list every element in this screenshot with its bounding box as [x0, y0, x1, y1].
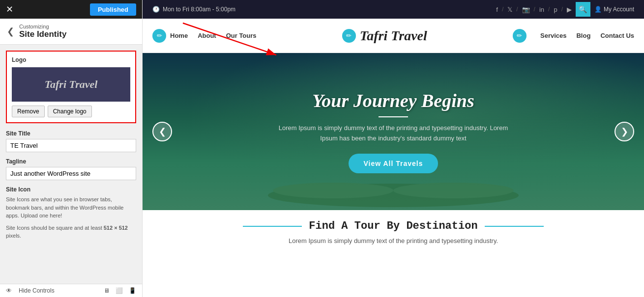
mobile-icon[interactable]: 📱	[129, 287, 136, 294]
account-label: My Account	[604, 6, 634, 13]
nav-links-right: ✏ Services Blog Contact Us	[513, 29, 634, 43]
nav-right-edit-button[interactable]: ✏	[513, 29, 527, 43]
customizing-label: Customizing	[19, 24, 66, 29]
remove-logo-button[interactable]: Remove	[12, 106, 45, 117]
site-preview: 🕐 Mon to Fri 8:00am - 5:00pm f / 𝕏 / 📷 /…	[143, 0, 644, 297]
site-icon-desc2-pre: Site Icons should be square and at least	[6, 225, 104, 231]
site-topbar: 🕐 Mon to Fri 8:00am - 5:00pm f / 𝕏 / 📷 /…	[143, 0, 644, 19]
tour-title-line-left	[243, 226, 302, 227]
back-button[interactable]: ❮	[7, 26, 14, 37]
youtube-icon[interactable]: ▶	[567, 6, 572, 13]
nav-our-tours[interactable]: Our Tours	[226, 32, 257, 39]
logo-preview-text: Tafri Travel	[45, 78, 98, 91]
view-travels-button[interactable]: View All Travels	[349, 154, 438, 173]
site-topbar-right: f / 𝕏 / 📷 / in / p / ▶ 🔍 👤 My Account	[496, 2, 634, 17]
clock-icon: 🕐	[152, 6, 160, 13]
panel-content: Logo Tafri Travel Remove Change logo Sit…	[0, 45, 142, 284]
instagram-icon[interactable]: 📷	[522, 6, 530, 13]
search-button[interactable]: 🔍	[576, 2, 590, 17]
customizing-header: ❮ Customizing Site Identity	[0, 19, 142, 45]
hero-prev-button[interactable]: ❮	[152, 122, 172, 141]
logo-section: Logo Tafri Travel Remove Change logo	[6, 51, 136, 123]
tour-description: Lorem Ipsum is simply dummy text of the …	[152, 237, 634, 244]
hours-text: Mon to Fri 8:00am - 5:00pm	[163, 6, 235, 13]
site-topbar-left: 🕐 Mon to Fri 8:00am - 5:00pm	[152, 6, 235, 13]
site-icon-label: Site Icon	[6, 186, 136, 193]
nav-left-edit-button[interactable]: ✏	[152, 29, 166, 43]
hero-content: Your Journey Begins Lorem Ipsum is simpl…	[241, 90, 546, 173]
divider1: /	[502, 6, 503, 13]
logo-buttons: Remove Change logo	[12, 106, 130, 117]
logo-preview: Tafri Travel	[12, 67, 130, 102]
divider5: /	[561, 6, 563, 13]
tour-title-wrap: Find A Tour By Destination	[152, 220, 634, 232]
nav-services[interactable]: Services	[540, 32, 567, 39]
site-title-section: Site Title	[6, 130, 136, 152]
divider3: /	[534, 6, 535, 13]
customizing-text: Customizing Site Identity	[19, 24, 66, 39]
account-link[interactable]: 👤 My Account	[594, 6, 634, 13]
site-title-label: Site Title	[6, 130, 136, 137]
tour-title: Find A Tour By Destination	[309, 220, 477, 232]
close-button[interactable]: ✕	[6, 4, 13, 15]
facebook-icon[interactable]: f	[496, 6, 498, 13]
site-icon-desc2-post: pixels.	[6, 233, 21, 239]
tour-title-line-right	[485, 226, 544, 227]
divider2: /	[516, 6, 518, 13]
account-icon: 👤	[594, 6, 602, 13]
customizer-panel: ✕ Published ❮ Customizing Site Identity …	[0, 0, 143, 297]
change-logo-button[interactable]: Change logo	[48, 106, 92, 117]
hero-section: ❮ Your Journey Begins Lorem Ipsum is sim…	[143, 53, 644, 210]
tablet-icon[interactable]: ⬜	[116, 287, 123, 294]
nav-about[interactable]: About	[198, 32, 216, 39]
desktop-icon[interactable]: 🖥	[104, 287, 110, 294]
logo-label: Logo	[12, 56, 130, 63]
nav-blog[interactable]: Blog	[576, 32, 590, 39]
bottom-bar[interactable]: 👁 Hide Controls 🖥 ⬜ 📱	[0, 284, 142, 297]
tagline-section: Tagline	[6, 158, 136, 180]
site-icon-section: Site Icon Site Icons are what you see in…	[6, 186, 136, 240]
hero-description: Lorem Ipsum is simply dummy text of the …	[270, 123, 516, 144]
site-icon-desc2: Site Icons should be square and at least…	[6, 224, 136, 240]
site-icon-size: 512 × 512	[104, 225, 128, 231]
logo-center-edit-button[interactable]: ✏	[342, 29, 356, 43]
customizer-topbar: ✕ Published	[0, 0, 142, 19]
tagline-input[interactable]	[6, 167, 136, 180]
site-icon-desc1: Site Icons are what you see in browser t…	[6, 195, 136, 220]
published-button[interactable]: Published	[90, 3, 136, 16]
linkedin-icon[interactable]: in	[539, 6, 544, 13]
site-identity-title: Site Identity	[19, 29, 66, 39]
site-main-nav: ✏ Home About Our Tours ✏ Tafri Travel ✏ …	[143, 19, 644, 53]
twitter-icon[interactable]: 𝕏	[507, 6, 512, 13]
divider4: /	[548, 6, 550, 13]
nav-links-left: Home About Our Tours	[170, 32, 257, 39]
hero-next-button[interactable]: ❯	[615, 122, 634, 141]
tagline-label: Tagline	[6, 158, 136, 165]
pinterest-icon[interactable]: p	[554, 6, 557, 13]
nav-home[interactable]: Home	[170, 32, 188, 39]
site-logo-text: Tafri Travel	[360, 28, 427, 44]
hide-controls-label: Hide Controls	[19, 287, 55, 294]
eye-icon: 👁	[6, 287, 12, 294]
nav-contact[interactable]: Contact Us	[600, 32, 634, 39]
hero-title: Your Journey Begins	[270, 90, 516, 111]
hero-divider	[379, 116, 408, 117]
site-logo-center: ✏ Tafri Travel	[257, 28, 513, 44]
site-title-input[interactable]	[6, 139, 136, 152]
tour-section: Find A Tour By Destination Lorem Ipsum i…	[143, 210, 644, 254]
